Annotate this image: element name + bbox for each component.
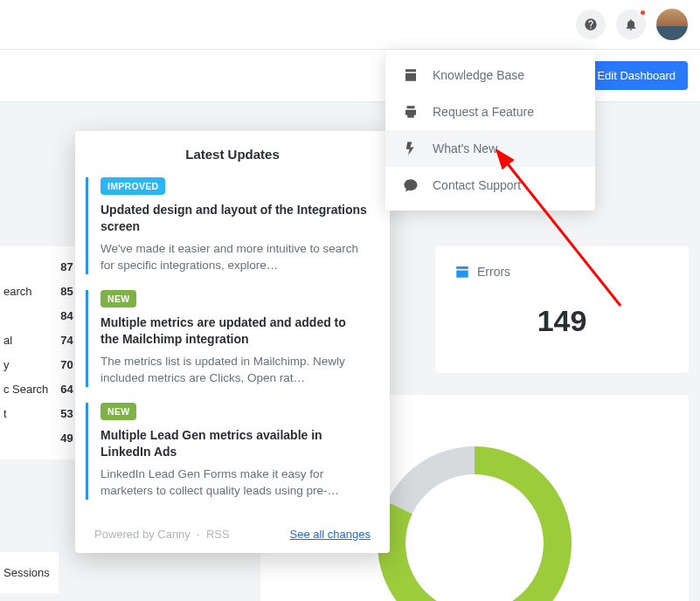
calendar-icon (454, 264, 470, 280)
chat-icon (403, 177, 419, 193)
help-menu-label: Knowledge Base (433, 68, 524, 82)
update-body: LinkedIn Lead Gen Forms make it easy for… (100, 466, 367, 500)
topbar (0, 0, 700, 50)
update-body: We've made it easier and more intuitive … (100, 240, 367, 274)
update-item[interactable]: NEWMultiple metrics are updated and adde… (86, 290, 379, 387)
update-badge: NEW (100, 290, 136, 307)
bell-icon (624, 17, 638, 31)
powered-by: Powered by Canny (94, 528, 191, 541)
book-icon (403, 67, 419, 83)
help-button[interactable] (576, 10, 606, 39)
table-row: 87 (0, 255, 77, 280)
errors-value: 149 (454, 304, 669, 338)
table-row: y70 (0, 353, 77, 377)
table-row-value: 84 (52, 304, 76, 328)
help-menu-item-whats-new[interactable]: What's New (385, 130, 595, 167)
update-body: The metrics list is updated in Mailchimp… (100, 353, 367, 387)
help-menu-item-knowledge-base[interactable]: Knowledge Base (385, 57, 595, 93)
table-row: al74 (0, 328, 77, 353)
updates-title: Latest Updates (75, 131, 390, 177)
table-row-value: 70 (52, 353, 76, 377)
table-row-label: al (0, 328, 52, 353)
sessions-card-peek: Sessions (0, 552, 59, 593)
sources-table-peek: 87earch8584al74y70c Search64t5349 (0, 246, 82, 459)
help-icon (584, 17, 598, 31)
bolt-icon (403, 141, 419, 156)
edit-dashboard-button[interactable]: Edit Dashboard (585, 61, 688, 90)
rss-link[interactable]: RSS (206, 528, 230, 541)
update-title: Multiple metrics are updated and added t… (100, 314, 367, 348)
table-row: c Search64 (0, 377, 77, 402)
table-row-label: t (0, 402, 52, 426)
donut-chart (374, 443, 575, 601)
errors-card: Errors 149 (435, 246, 689, 373)
help-menu-label: Request a Feature (433, 105, 534, 119)
update-title: Updated design and layout of the Integra… (100, 202, 367, 235)
printer-icon (403, 104, 419, 120)
table-row-value: 49 (52, 426, 76, 451)
update-title: Multiple Lead Gen metrics available in L… (100, 427, 367, 460)
help-menu-label: What's New (433, 142, 497, 155)
table-row-label (0, 426, 52, 451)
sessions-label: Sessions (3, 566, 50, 579)
table-row-value: 64 (52, 377, 76, 402)
table-row: 84 (0, 304, 77, 328)
notification-dot (639, 9, 647, 17)
notifications-button[interactable] (616, 10, 646, 39)
table-row-label (0, 304, 52, 328)
table-row: earch85 (0, 280, 77, 304)
table-row-label: earch (0, 280, 52, 304)
help-menu: Knowledge Base Request a Feature What's … (385, 50, 595, 211)
help-menu-item-request-feature[interactable]: Request a Feature (385, 93, 595, 130)
updates-footer: Powered by Canny · RSS See all changes (75, 515, 390, 553)
table-row-label: y (0, 353, 52, 377)
table-row-value: 85 (52, 280, 76, 304)
table-row: t53 (0, 402, 77, 426)
update-item[interactable]: IMPROVEDUpdated design and layout of the… (86, 177, 379, 274)
table-row-label: c Search (0, 377, 52, 402)
table-row: 49 (0, 426, 77, 451)
footer-sep: · (197, 528, 200, 541)
update-badge: NEW (100, 403, 136, 420)
table-row-value: 74 (52, 328, 76, 353)
see-all-changes-link[interactable]: See all changes (289, 528, 371, 541)
avatar[interactable] (656, 9, 688, 40)
table-row-label (0, 255, 52, 280)
update-item[interactable]: NEWMultiple Lead Gen metrics available i… (86, 403, 379, 500)
help-menu-item-contact-support[interactable]: Contact Support (385, 167, 595, 204)
update-badge: IMPROVED (100, 177, 165, 195)
table-row-value: 53 (52, 402, 76, 426)
latest-updates-popover: Latest Updates IMPROVEDUpdated design an… (75, 131, 390, 553)
errors-label: Errors (477, 265, 510, 279)
help-menu-label: Contact Support (433, 178, 521, 192)
table-row-value: 87 (52, 255, 76, 280)
